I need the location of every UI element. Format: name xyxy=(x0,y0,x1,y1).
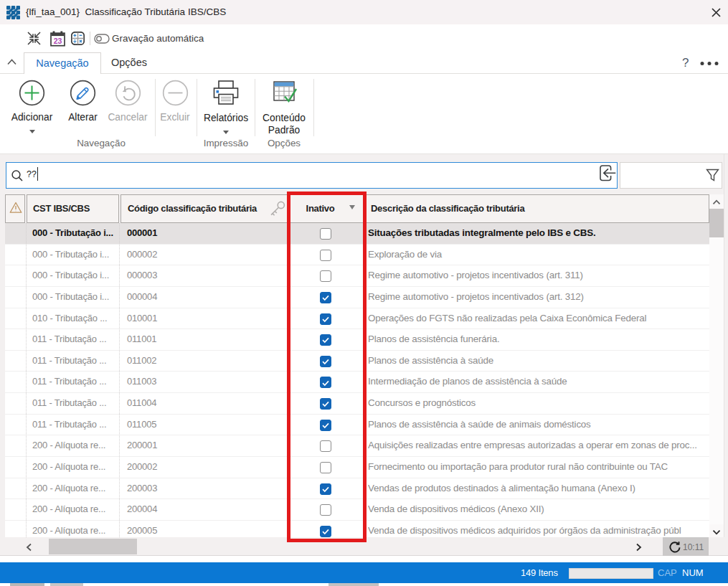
svg-text:23: 23 xyxy=(54,37,62,45)
